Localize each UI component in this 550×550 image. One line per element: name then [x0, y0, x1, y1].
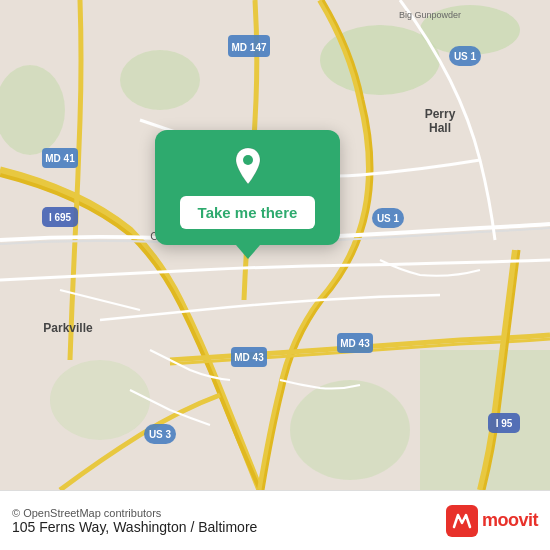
bottom-bar: © OpenStreetMap contributors 105 Ferns W… [0, 490, 550, 550]
svg-point-7 [50, 360, 150, 440]
svg-text:US 1: US 1 [454, 51, 477, 62]
svg-text:MD 43: MD 43 [234, 352, 264, 363]
svg-text:Big Gunpowder: Big Gunpowder [399, 10, 461, 20]
svg-text:Perry: Perry [425, 107, 456, 121]
moovit-icon [446, 505, 478, 537]
take-me-there-button[interactable]: Take me there [180, 196, 316, 229]
svg-text:Parkville: Parkville [43, 321, 93, 335]
svg-point-32 [243, 155, 253, 165]
svg-text:US 3: US 3 [149, 429, 172, 440]
popup-card: Take me there [155, 130, 340, 245]
moovit-logo: moovit [446, 505, 538, 537]
attribution-text: © OpenStreetMap contributors [12, 507, 257, 519]
svg-text:US 1: US 1 [377, 213, 400, 224]
address-text: 105 Ferns Way, Washington / Baltimore [12, 519, 257, 535]
svg-text:I 95: I 95 [496, 418, 513, 429]
svg-text:I 695: I 695 [49, 212, 72, 223]
location-pin-icon [226, 144, 270, 188]
svg-point-3 [120, 50, 200, 110]
svg-text:MD 43: MD 43 [340, 338, 370, 349]
svg-text:MD 147: MD 147 [231, 42, 266, 53]
map-container: MD 147 US 1 MD 41 I 695 US 1 MD 43 MD 43… [0, 0, 550, 490]
svg-point-6 [290, 380, 410, 480]
bottom-left-section: © OpenStreetMap contributors 105 Ferns W… [12, 507, 257, 535]
moovit-label: moovit [482, 510, 538, 531]
svg-text:Hall: Hall [429, 121, 451, 135]
svg-text:MD 41: MD 41 [45, 153, 75, 164]
